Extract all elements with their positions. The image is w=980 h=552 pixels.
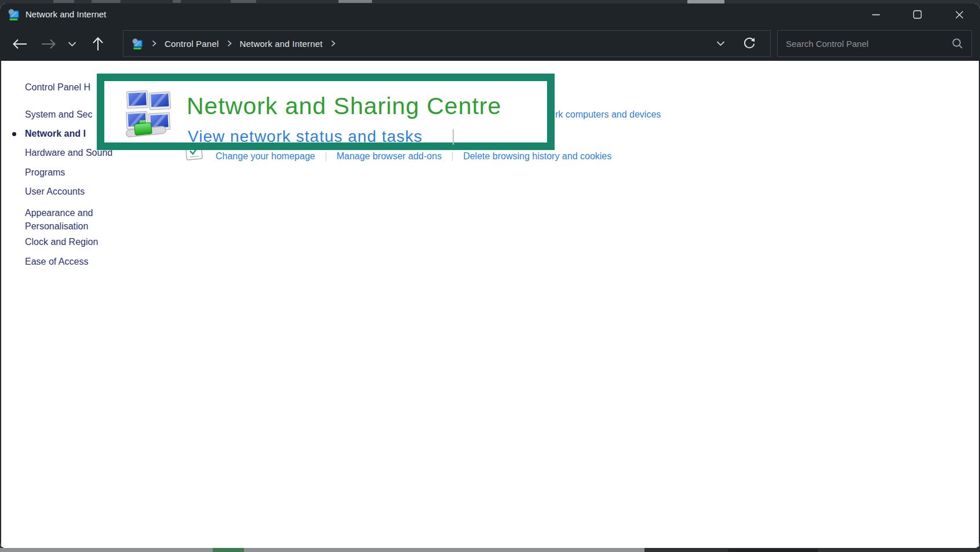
background-window-fragment <box>231 0 256 3</box>
search-input[interactable] <box>778 39 952 49</box>
window-left-edge <box>0 61 1 548</box>
view-network-computers-link[interactable]: rk computers and devices <box>555 109 661 120</box>
minimize-icon <box>872 10 880 19</box>
network-sharing-centre-heading[interactable]: Network and Sharing Centre <box>187 93 501 120</box>
sidebar-item-network-and-internet[interactable]: Network and I <box>25 129 86 139</box>
link-separator <box>452 152 453 161</box>
sidebar-item-appearance-personalisation[interactable]: Appearance and Personalisation <box>25 206 118 233</box>
magnified-link-row: View network status and tasks <box>188 127 454 146</box>
refresh-button[interactable] <box>742 36 756 50</box>
window-controls <box>855 3 980 25</box>
change-homepage-link[interactable]: Change your homepage <box>216 151 315 162</box>
close-icon <box>955 10 964 19</box>
breadcrumb-chevron-icon[interactable] <box>331 40 336 47</box>
forward-button[interactable] <box>39 36 58 52</box>
sidebar-item-ease-of-access[interactable]: Ease of Access <box>25 257 88 267</box>
breadcrumb-control-panel[interactable]: Control Panel <box>165 39 219 49</box>
internet-options-links: Change your homepage Manage browser add-… <box>216 151 611 162</box>
chevron-down-icon <box>68 41 76 47</box>
background-window-fragment <box>338 0 372 3</box>
search-box[interactable] <box>777 30 972 57</box>
close-button[interactable] <box>938 3 980 25</box>
maximize-icon <box>913 10 922 19</box>
title-bar[interactable]: Network and Internet <box>0 3 980 25</box>
address-bar[interactable]: Control Panel Network and Internet <box>123 30 771 57</box>
network-window-icon <box>8 8 20 21</box>
content-area: Control Panel H System and Sec Network a… <box>0 61 980 548</box>
view-network-status-link[interactable]: View network status and tasks <box>188 127 422 146</box>
control-panel-window: Network and Internet <box>0 3 980 548</box>
delete-history-link[interactable]: Delete browsing history and cookies <box>463 151 611 162</box>
active-item-bullet <box>12 132 16 136</box>
sidebar-item-control-panel-home[interactable]: Control Panel H <box>25 82 90 93</box>
back-arrow-icon <box>12 37 28 51</box>
sidebar-item-programs[interactable]: Programs <box>25 167 65 178</box>
taskbar-fragment-green <box>213 548 244 552</box>
window-title: Network and Internet <box>25 9 106 19</box>
sidebar-item-clock-and-region[interactable]: Clock and Region <box>25 237 98 247</box>
back-button[interactable] <box>10 36 29 52</box>
link-separator <box>326 152 326 161</box>
navigation-toolbar: Control Panel Network and Internet <box>0 25 980 61</box>
up-arrow-icon <box>90 36 105 52</box>
up-button[interactable] <box>89 36 107 52</box>
background-window-fragment <box>92 0 121 3</box>
breadcrumb-root-icon <box>132 38 144 50</box>
forward-arrow-icon <box>41 37 57 51</box>
sidebar-item-user-accounts[interactable]: User Accounts <box>25 187 85 197</box>
breadcrumb-chevron-icon[interactable] <box>152 40 156 47</box>
recent-pages-button[interactable] <box>63 36 81 52</box>
maximize-button[interactable] <box>897 3 938 25</box>
background-window-fragment <box>728 549 818 552</box>
text-cursor <box>453 129 454 145</box>
chevron-down-icon <box>716 41 725 46</box>
network-sharing-centre-icon <box>123 87 174 138</box>
window-header: Network and Internet <box>0 3 980 61</box>
address-bar-actions <box>716 36 762 50</box>
address-dropdown-button[interactable] <box>716 41 725 46</box>
minimize-button[interactable] <box>855 3 897 25</box>
breadcrumb-chevron-icon[interactable] <box>227 40 232 47</box>
magnifier-overlay: Network and Sharing Centre View network … <box>97 74 555 150</box>
background-window-fragment <box>53 0 74 3</box>
manage-addons-link[interactable]: Manage browser add-ons <box>337 151 442 162</box>
background-window-fragment <box>173 0 181 3</box>
sidebar-item-system-and-security[interactable]: System and Sec <box>25 109 93 120</box>
refresh-icon <box>742 36 756 50</box>
breadcrumb-network-and-internet[interactable]: Network and Internet <box>240 39 323 49</box>
search-icon[interactable] <box>952 38 963 49</box>
taskbar-fragment <box>0 548 644 552</box>
